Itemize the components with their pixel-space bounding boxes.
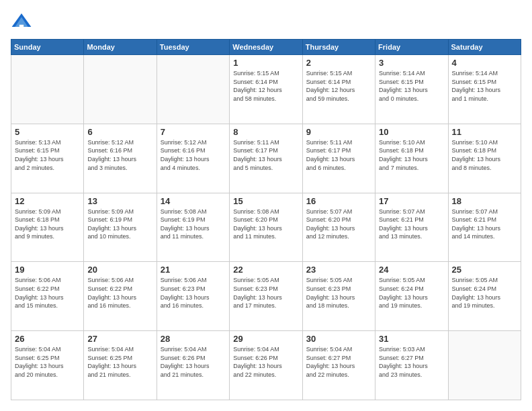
calendar-cell: 25Sunrise: 5:05 AM Sunset: 6:24 PM Dayli… <box>448 262 521 331</box>
calendar-cell <box>157 55 229 124</box>
logo-icon <box>11 11 32 32</box>
calendar-cell: 6Sunrise: 5:12 AM Sunset: 6:16 PM Daylig… <box>84 124 157 193</box>
day-number: 31 <box>379 334 444 344</box>
day-info: Sunrise: 5:06 AM Sunset: 6:22 PM Dayligh… <box>87 276 152 310</box>
day-number: 14 <box>161 196 226 206</box>
calendar-cell: 19Sunrise: 5:06 AM Sunset: 6:22 PM Dayli… <box>11 262 84 331</box>
calendar-week-row: 26Sunrise: 5:04 AM Sunset: 6:25 PM Dayli… <box>11 331 521 400</box>
day-info: Sunrise: 5:07 AM Sunset: 6:21 PM Dayligh… <box>452 208 517 241</box>
calendar-week-row: 5Sunrise: 5:13 AM Sunset: 6:15 PM Daylig… <box>11 124 521 193</box>
day-number: 10 <box>379 127 444 137</box>
day-info: Sunrise: 5:11 AM Sunset: 6:17 PM Dayligh… <box>306 138 371 172</box>
day-number: 11 <box>452 127 517 137</box>
day-number: 26 <box>15 334 80 344</box>
day-info: Sunrise: 5:09 AM Sunset: 6:19 PM Dayligh… <box>87 208 152 241</box>
day-info: Sunrise: 5:14 AM Sunset: 6:15 PM Dayligh… <box>379 69 444 103</box>
calendar-cell: 29Sunrise: 5:04 AM Sunset: 6:26 PM Dayli… <box>230 331 302 400</box>
page: SundayMondayTuesdayWednesdayThursdayFrid… <box>0 0 532 411</box>
day-info: Sunrise: 5:10 AM Sunset: 6:18 PM Dayligh… <box>379 138 444 172</box>
day-info: Sunrise: 5:05 AM Sunset: 6:24 PM Dayligh… <box>452 276 517 310</box>
day-number: 30 <box>306 334 371 344</box>
day-info: Sunrise: 5:07 AM Sunset: 6:20 PM Dayligh… <box>306 208 371 241</box>
day-number: 3 <box>379 58 444 68</box>
day-info: Sunrise: 5:10 AM Sunset: 6:18 PM Dayligh… <box>452 138 517 172</box>
day-info: Sunrise: 5:08 AM Sunset: 6:19 PM Dayligh… <box>161 208 226 241</box>
calendar-header-monday: Monday <box>84 40 157 55</box>
day-number: 28 <box>161 334 226 344</box>
calendar-cell: 1Sunrise: 5:15 AM Sunset: 6:14 PM Daylig… <box>230 55 302 124</box>
calendar-week-row: 1Sunrise: 5:15 AM Sunset: 6:14 PM Daylig… <box>11 55 521 124</box>
day-number: 29 <box>233 334 298 344</box>
calendar-cell: 4Sunrise: 5:14 AM Sunset: 6:15 PM Daylig… <box>448 55 521 124</box>
day-number: 22 <box>233 265 298 275</box>
day-info: Sunrise: 5:06 AM Sunset: 6:23 PM Dayligh… <box>161 276 226 310</box>
calendar-cell: 18Sunrise: 5:07 AM Sunset: 6:21 PM Dayli… <box>448 193 521 262</box>
day-info: Sunrise: 5:11 AM Sunset: 6:17 PM Dayligh… <box>233 138 298 172</box>
day-number: 17 <box>379 196 444 206</box>
calendar-header-saturday: Saturday <box>448 40 521 55</box>
calendar-cell: 8Sunrise: 5:11 AM Sunset: 6:17 PM Daylig… <box>230 124 302 193</box>
calendar-cell: 10Sunrise: 5:10 AM Sunset: 6:18 PM Dayli… <box>375 124 448 193</box>
calendar-cell: 21Sunrise: 5:06 AM Sunset: 6:23 PM Dayli… <box>157 262 229 331</box>
calendar-cell: 3Sunrise: 5:14 AM Sunset: 6:15 PM Daylig… <box>375 55 448 124</box>
day-info: Sunrise: 5:04 AM Sunset: 6:25 PM Dayligh… <box>15 345 80 379</box>
day-number: 16 <box>306 196 371 206</box>
day-info: Sunrise: 5:04 AM Sunset: 6:27 PM Dayligh… <box>306 345 371 379</box>
calendar-cell: 31Sunrise: 5:03 AM Sunset: 6:27 PM Dayli… <box>375 331 448 400</box>
day-info: Sunrise: 5:06 AM Sunset: 6:22 PM Dayligh… <box>15 276 80 310</box>
calendar-cell: 15Sunrise: 5:08 AM Sunset: 6:20 PM Dayli… <box>230 193 302 262</box>
calendar-cell: 14Sunrise: 5:08 AM Sunset: 6:19 PM Dayli… <box>157 193 229 262</box>
calendar-header-tuesday: Tuesday <box>157 40 229 55</box>
calendar-cell: 16Sunrise: 5:07 AM Sunset: 6:20 PM Dayli… <box>302 193 375 262</box>
calendar-header-thursday: Thursday <box>302 40 375 55</box>
day-number: 25 <box>452 265 517 275</box>
day-number: 21 <box>161 265 226 275</box>
calendar-table: SundayMondayTuesdayWednesdayThursdayFrid… <box>11 39 521 400</box>
calendar-header-friday: Friday <box>375 40 448 55</box>
day-info: Sunrise: 5:14 AM Sunset: 6:15 PM Dayligh… <box>452 69 517 103</box>
calendar-cell: 28Sunrise: 5:04 AM Sunset: 6:26 PM Dayli… <box>157 331 229 400</box>
day-info: Sunrise: 5:13 AM Sunset: 6:15 PM Dayligh… <box>15 138 80 172</box>
day-info: Sunrise: 5:12 AM Sunset: 6:16 PM Dayligh… <box>161 138 226 172</box>
day-number: 6 <box>87 127 152 137</box>
day-number: 15 <box>233 196 298 206</box>
day-number: 4 <box>452 58 517 68</box>
day-number: 23 <box>306 265 371 275</box>
day-number: 27 <box>87 334 152 344</box>
calendar-header-row: SundayMondayTuesdayWednesdayThursdayFrid… <box>11 40 521 55</box>
calendar-cell: 13Sunrise: 5:09 AM Sunset: 6:19 PM Dayli… <box>84 193 157 262</box>
day-info: Sunrise: 5:12 AM Sunset: 6:16 PM Dayligh… <box>87 138 152 172</box>
calendar-cell: 27Sunrise: 5:04 AM Sunset: 6:25 PM Dayli… <box>84 331 157 400</box>
day-number: 1 <box>233 58 298 68</box>
header <box>11 11 521 32</box>
calendar-cell <box>448 331 521 400</box>
day-info: Sunrise: 5:05 AM Sunset: 6:24 PM Dayligh… <box>379 276 444 310</box>
calendar-cell: 5Sunrise: 5:13 AM Sunset: 6:15 PM Daylig… <box>11 124 84 193</box>
calendar-cell: 17Sunrise: 5:07 AM Sunset: 6:21 PM Dayli… <box>375 193 448 262</box>
logo <box>11 11 35 32</box>
calendar-cell <box>11 55 84 124</box>
calendar-cell: 24Sunrise: 5:05 AM Sunset: 6:24 PM Dayli… <box>375 262 448 331</box>
day-number: 19 <box>15 265 80 275</box>
svg-rect-2 <box>19 25 24 27</box>
day-number: 18 <box>452 196 517 206</box>
day-info: Sunrise: 5:09 AM Sunset: 6:18 PM Dayligh… <box>15 208 80 241</box>
day-number: 8 <box>233 127 298 137</box>
calendar-cell: 9Sunrise: 5:11 AM Sunset: 6:17 PM Daylig… <box>302 124 375 193</box>
day-info: Sunrise: 5:05 AM Sunset: 6:23 PM Dayligh… <box>306 276 371 310</box>
calendar-cell: 20Sunrise: 5:06 AM Sunset: 6:22 PM Dayli… <box>84 262 157 331</box>
day-info: Sunrise: 5:15 AM Sunset: 6:14 PM Dayligh… <box>233 69 298 103</box>
calendar-cell: 23Sunrise: 5:05 AM Sunset: 6:23 PM Dayli… <box>302 262 375 331</box>
calendar-header-wednesday: Wednesday <box>230 40 302 55</box>
day-info: Sunrise: 5:03 AM Sunset: 6:27 PM Dayligh… <box>379 345 444 379</box>
calendar-cell: 30Sunrise: 5:04 AM Sunset: 6:27 PM Dayli… <box>302 331 375 400</box>
calendar-cell: 12Sunrise: 5:09 AM Sunset: 6:18 PM Dayli… <box>11 193 84 262</box>
day-number: 7 <box>161 127 226 137</box>
calendar-cell: 22Sunrise: 5:05 AM Sunset: 6:23 PM Dayli… <box>230 262 302 331</box>
day-info: Sunrise: 5:15 AM Sunset: 6:14 PM Dayligh… <box>306 69 371 103</box>
calendar-cell: 26Sunrise: 5:04 AM Sunset: 6:25 PM Dayli… <box>11 331 84 400</box>
day-number: 9 <box>306 127 371 137</box>
day-info: Sunrise: 5:04 AM Sunset: 6:26 PM Dayligh… <box>161 345 226 379</box>
day-number: 12 <box>15 196 80 206</box>
day-info: Sunrise: 5:08 AM Sunset: 6:20 PM Dayligh… <box>233 208 298 241</box>
